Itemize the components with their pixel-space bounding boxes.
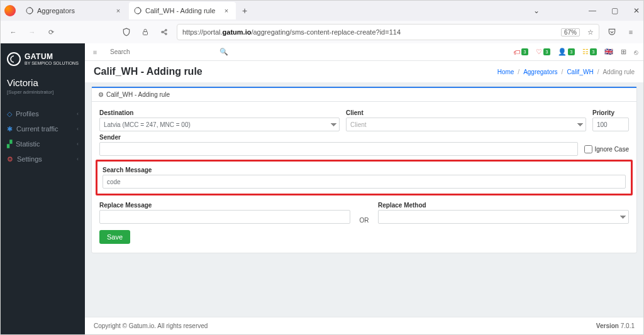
sidebar-item-statistic[interactable]: ▞ Statistic ‹ [1,136,85,151]
save-button[interactable]: Save [99,230,130,244]
close-tab-icon[interactable]: × [114,6,123,15]
brand-logo [7,52,21,66]
notif-tag-icon[interactable]: 🏷3 [513,48,528,56]
svg-point-3 [162,31,163,33]
ignore-case-label: Ignore Case [595,146,629,153]
label-priority: Priority [592,109,629,116]
breadcrumb-calif[interactable]: Calif_WH [567,69,593,75]
sidebar: GATUM BY SEMPICO SOLUTIONS Victoria [Sup… [1,43,85,334]
browser-tab-aggregators[interactable]: Aggregators × [21,2,128,19]
ignore-case-checkbox[interactable]: Ignore Case [584,145,629,153]
panel-title: Calif_WH - Adding rule [106,91,170,98]
search-message-input[interactable] [103,175,626,189]
breadcrumb-home[interactable]: Home [497,69,514,75]
svg-point-4 [165,30,167,31]
chevron-left-icon: ‹ [77,156,79,162]
chevron-down-icon[interactable]: ⌄ [533,6,540,15]
sidebar-item-label: Current traffic [16,125,58,133]
breadcrumb-current: Adding rule [602,69,635,75]
grid-icon[interactable]: ⊞ [621,48,626,56]
lock-icon[interactable] [139,26,152,38]
sidebar-item-label: Statistic [16,140,40,148]
svg-rect-2 [143,32,148,35]
sender-input[interactable] [99,142,578,156]
page-title: Calif_WH - Adding rule [94,66,203,77]
new-tab-button[interactable]: + [237,3,252,18]
chevron-left-icon: ‹ [77,141,79,147]
sidebar-item-label: Profiles [16,110,39,118]
back-button[interactable]: ← [7,26,19,38]
panel-icon: ⚙ [98,91,104,98]
close-window-icon[interactable]: ✕ [633,6,640,15]
brand[interactable]: GATUM BY SEMPICO SOLUTIONS [1,48,85,75]
brand-name: GATUM [25,53,79,61]
zoom-level[interactable]: 67% [561,28,580,36]
reload-button[interactable]: ⟳ [45,26,57,38]
shield-icon[interactable] [120,26,133,38]
label-search-message: Search Message [103,167,626,173]
sidebar-item-label: Settings [17,155,42,163]
label-or: OR [357,217,372,224]
tab-title: Aggregators [37,7,110,14]
menu-icon[interactable]: ≡ [625,26,637,38]
search-input[interactable] [106,47,213,58]
search-icon[interactable]: 🔍 [219,48,228,56]
notif-heart-icon[interactable]: ♡3 [536,48,550,56]
close-tab-icon[interactable]: × [222,6,231,15]
settings-icon: ⚙ [7,155,13,163]
footer-version-label: Version [596,322,621,329]
client-select[interactable]: Client [346,118,586,131]
profiles-icon: ◇ [7,110,12,118]
brand-subtitle: BY SEMPICO SOLUTIONS [25,61,79,66]
forward-button[interactable]: → [26,26,38,38]
label-destination: Destination [99,109,340,116]
chevron-left-icon: ‹ [77,111,79,117]
minimize-icon[interactable]: — [589,6,596,15]
ignore-case-input[interactable] [584,145,592,153]
label-sender: Sender [99,134,578,141]
footer-version: 7.0.1 [621,322,635,329]
pocket-icon[interactable] [606,26,618,38]
svg-point-5 [165,33,167,35]
sidebar-item-settings[interactable]: ⚙ Settings ‹ [1,151,85,167]
notif-user-icon[interactable]: 👤3 [558,48,575,56]
tab-favicon [26,7,33,14]
replace-method-select[interactable] [378,210,629,224]
priority-input[interactable] [592,118,629,131]
toggle-sidebar-button[interactable]: ≡ [90,47,100,57]
breadcrumb-aggregators[interactable]: Aggregators [523,69,557,75]
traffic-icon: ✱ [7,125,13,133]
user-role: [Super administrator] [1,89,85,102]
statistic-icon: ▞ [7,140,12,148]
user-name: Victoria [1,75,85,89]
firefox-icon [4,5,16,16]
sidebar-item-current-traffic[interactable]: ✱ Current traffic ‹ [1,121,85,136]
permissions-icon[interactable] [158,26,170,38]
destination-select[interactable]: Latvia (MCC = 247, MNC = 00) [99,118,340,131]
highlight-search-message: Search Message [96,160,633,195]
flag-icon[interactable]: 🇬🇧 [604,48,613,56]
label-client: Client [346,109,586,116]
notif-bell-icon[interactable]: ☷3 [582,48,597,56]
address-bar[interactable]: https://portal.gatum.io/aggregating/sms-… [177,24,599,40]
maximize-icon[interactable]: ▢ [611,6,618,15]
breadcrumb: Home/ Aggregators/ Calif_WH/ Adding rule [497,69,635,75]
url-text: https://portal.gatum.io/aggregating/sms-… [182,28,401,36]
tab-title: Calif_WH - Adding rule [145,7,218,14]
label-replace-message: Replace Message [99,202,350,209]
label-replace-method: Replace Method [378,202,629,209]
replace-message-input[interactable] [99,210,350,224]
footer-copyright: Copyright © Gatum.io. All rights reserve… [94,322,208,329]
tab-favicon [134,7,142,14]
browser-tab-adding-rule[interactable]: Calif_WH - Adding rule × [129,2,236,19]
logout-icon[interactable]: ⎋ [634,48,638,56]
bookmark-star-icon[interactable]: ☆ [587,28,594,36]
form-panel: ⚙ Calif_WH - Adding rule Destination Lat… [91,86,637,253]
sidebar-item-profiles[interactable]: ◇ Profiles ‹ [1,106,85,121]
topbar: ≡ 🔍 🏷3 ♡3 👤3 ☷3 🇬🇧 ⊞ ⎋ [85,43,643,61]
chevron-left-icon: ‹ [77,126,79,132]
